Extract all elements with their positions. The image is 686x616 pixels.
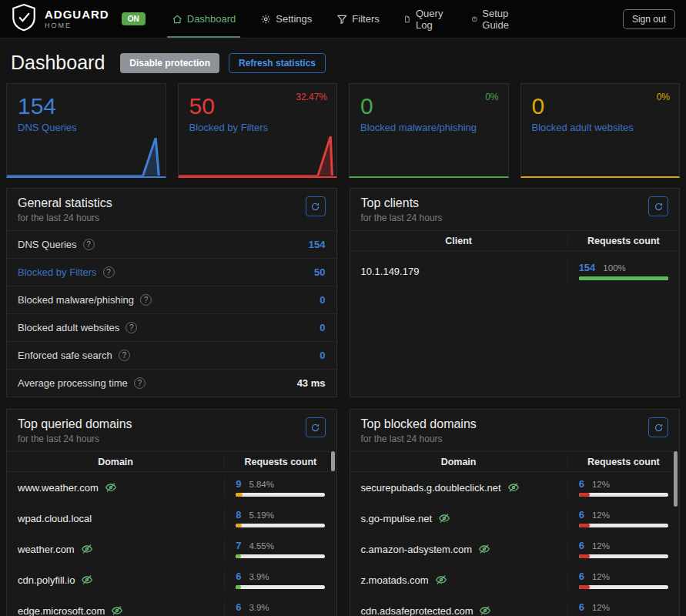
gear-icon bbox=[260, 14, 271, 25]
refresh-button[interactable] bbox=[648, 196, 668, 216]
brand-logo[interactable]: ADGUARD HOME ON bbox=[11, 3, 146, 35]
card-percent: 0% bbox=[657, 92, 670, 102]
refresh-icon bbox=[310, 202, 320, 212]
help-icon[interactable]: ? bbox=[134, 377, 146, 389]
eye-slash-icon bbox=[435, 574, 447, 586]
request-count: 6 bbox=[579, 571, 584, 582]
card-label-link[interactable]: DNS Queries bbox=[18, 122, 77, 133]
card-sparkline bbox=[7, 130, 166, 176]
request-count: 6 bbox=[236, 601, 241, 613]
request-count: 6 bbox=[579, 601, 584, 613]
panel-header: General statistics for the last 24 hours bbox=[7, 189, 336, 230]
nav-settings[interactable]: Settings bbox=[260, 0, 312, 38]
sign-out-button[interactable]: Sign out bbox=[623, 9, 675, 29]
stat-value: 43 ms bbox=[297, 377, 326, 389]
stat-label-link[interactable]: Blocked by Filters? bbox=[18, 266, 115, 278]
help-icon[interactable]: ? bbox=[83, 239, 95, 250]
request-percent: 12% bbox=[592, 603, 610, 612]
request-count: 6 bbox=[579, 540, 584, 551]
progress-bar-fill bbox=[579, 524, 590, 527]
scrollbar-thumb[interactable] bbox=[674, 451, 678, 507]
stat-label: Blocked malware/phishing? bbox=[18, 294, 152, 306]
request-percent: 3.9% bbox=[249, 572, 269, 581]
refresh-button[interactable] bbox=[306, 196, 326, 216]
funnel-icon bbox=[336, 14, 347, 25]
table-header: Domain Requests count bbox=[350, 451, 680, 472]
request-count: 6 bbox=[236, 571, 241, 582]
top-blocked-domains-panel: Top blocked domains for the last 24 hour… bbox=[350, 409, 681, 616]
panel-subtitle: for the last 24 hours bbox=[18, 434, 132, 444]
panel-header: Top clients for the last 24 hours bbox=[350, 189, 680, 230]
domain-name: securepubads.g.doubleclick.net bbox=[361, 482, 501, 494]
refresh-button[interactable] bbox=[648, 417, 668, 437]
card-percent: 32.47% bbox=[296, 92, 327, 102]
card-label-link[interactable]: Blocked malware/phishing bbox=[360, 122, 477, 133]
card-value: 0 bbox=[360, 93, 497, 120]
domain-row: cdn.adsafeprotected.com 612% bbox=[350, 595, 680, 616]
table-header: Domain Requests count bbox=[7, 451, 336, 472]
stat-label: Enforced safe search? bbox=[18, 350, 130, 361]
help-icon[interactable]: ? bbox=[119, 350, 130, 361]
domain-row: cdn.polyfill.io 63.9% bbox=[7, 564, 336, 595]
protection-status-badge: ON bbox=[122, 12, 146, 25]
refresh-icon bbox=[310, 423, 320, 433]
domain-name: cdn.adsafeprotected.com bbox=[361, 605, 474, 616]
panel-header: Top blocked domains for the last 24 hour… bbox=[350, 410, 680, 451]
stat-value: 0 bbox=[320, 350, 325, 361]
column-header-requests: Requests count bbox=[567, 236, 679, 246]
nav-filters[interactable]: Filters bbox=[336, 0, 379, 38]
panel-title: Top clients bbox=[361, 196, 443, 210]
stat-row: Blocked adult websites? 0 bbox=[7, 313, 336, 341]
card-sparkline bbox=[179, 130, 337, 176]
domain-row: c.amazon-adsystem.com 612% bbox=[350, 534, 680, 564]
help-circle-icon bbox=[471, 14, 477, 25]
stat-card-blocked-malware: 0% 0 Blocked malware/phishing bbox=[349, 83, 509, 178]
card-label-link[interactable]: Blocked adult websites bbox=[532, 122, 634, 133]
card-value: 0 bbox=[532, 93, 669, 120]
disable-protection-button[interactable]: Disable protection bbox=[120, 53, 219, 73]
eye-slash-icon bbox=[479, 604, 491, 616]
progress-bar bbox=[579, 524, 668, 527]
progress-bar bbox=[579, 585, 668, 589]
help-icon[interactable]: ? bbox=[140, 294, 152, 306]
request-percent: 12% bbox=[592, 541, 610, 551]
stat-value: 50 bbox=[314, 266, 325, 278]
card-value: 154 bbox=[18, 93, 155, 120]
refresh-button[interactable] bbox=[306, 417, 326, 437]
main-nav: Dashboard Settings Filters Query Log Set… bbox=[172, 0, 515, 38]
request-percent: 100% bbox=[603, 263, 625, 273]
progress-bar-fill bbox=[236, 585, 241, 589]
nav-dashboard[interactable]: Dashboard bbox=[172, 0, 236, 38]
nav-label: Query Log bbox=[416, 8, 447, 31]
request-percent: 4.55% bbox=[249, 541, 274, 551]
card-label-link[interactable]: Blocked by Filters bbox=[189, 122, 269, 133]
general-statistics-panel: General statistics for the last 24 hours… bbox=[6, 188, 337, 397]
adguard-shield-icon bbox=[11, 3, 37, 35]
refresh-icon bbox=[654, 423, 664, 433]
column-header-client: Client bbox=[350, 236, 567, 246]
request-percent: 12% bbox=[592, 480, 610, 489]
stat-label: DNS Queries? bbox=[18, 239, 95, 250]
middle-panels: General statistics for the last 24 hours… bbox=[0, 188, 686, 397]
brand-text: ADGUARD HOME bbox=[45, 8, 109, 29]
progress-bar-fill bbox=[579, 585, 590, 589]
progress-bar bbox=[236, 554, 325, 558]
stat-card-dns-queries: 154 DNS Queries bbox=[6, 83, 166, 178]
stat-card-blocked-filters: 32.47% 50 Blocked by Filters bbox=[178, 83, 338, 178]
nav-setup-guide[interactable]: Setup Guide bbox=[471, 0, 514, 38]
scrollbar-thumb[interactable] bbox=[331, 451, 335, 471]
eye-slash-icon bbox=[81, 574, 93, 586]
help-icon[interactable]: ? bbox=[103, 266, 115, 278]
nav-query-log[interactable]: Query Log bbox=[404, 0, 447, 38]
domain-name: z.moatads.com bbox=[361, 574, 429, 586]
progress-bar bbox=[236, 493, 325, 497]
panel-subtitle: for the last 24 hours bbox=[361, 434, 477, 444]
help-icon[interactable]: ? bbox=[125, 322, 137, 333]
domain-name: wpad.cloud.local bbox=[18, 513, 92, 524]
refresh-statistics-button[interactable]: Refresh statistics bbox=[229, 53, 326, 73]
client-ip-link[interactable]: 10.1.149.179 bbox=[361, 266, 420, 277]
page-title: Dashboard bbox=[11, 52, 105, 74]
stat-row: Blocked by Filters? 50 bbox=[7, 258, 336, 286]
nav-label: Setup Guide bbox=[482, 8, 514, 31]
stat-value: 154 bbox=[309, 239, 326, 250]
